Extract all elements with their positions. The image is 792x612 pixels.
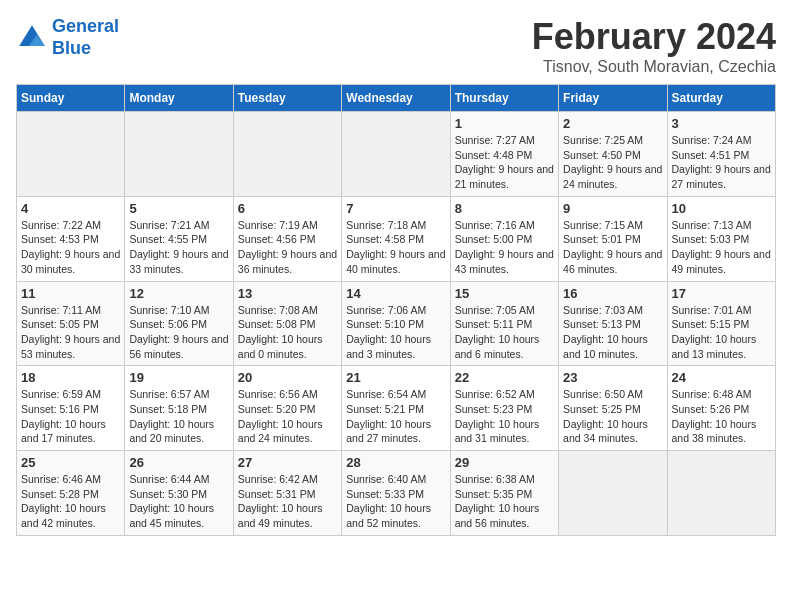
day-number: 24 xyxy=(672,370,771,385)
calendar-cell: 11Sunrise: 7:11 AM Sunset: 5:05 PM Dayli… xyxy=(17,281,125,366)
calendar-cell: 21Sunrise: 6:54 AM Sunset: 5:21 PM Dayli… xyxy=(342,366,450,451)
calendar-cell xyxy=(667,451,775,536)
calendar-cell: 14Sunrise: 7:06 AM Sunset: 5:10 PM Dayli… xyxy=(342,281,450,366)
day-number: 1 xyxy=(455,116,554,131)
calendar-cell xyxy=(559,451,667,536)
calendar-subtitle: Tisnov, South Moravian, Czechia xyxy=(532,58,776,76)
day-info: Sunrise: 7:16 AM Sunset: 5:00 PM Dayligh… xyxy=(455,218,554,277)
calendar-week-row: 4Sunrise: 7:22 AM Sunset: 4:53 PM Daylig… xyxy=(17,196,776,281)
calendar-table: SundayMondayTuesdayWednesdayThursdayFrid… xyxy=(16,84,776,536)
calendar-cell: 4Sunrise: 7:22 AM Sunset: 4:53 PM Daylig… xyxy=(17,196,125,281)
calendar-cell: 12Sunrise: 7:10 AM Sunset: 5:06 PM Dayli… xyxy=(125,281,233,366)
day-info: Sunrise: 7:15 AM Sunset: 5:01 PM Dayligh… xyxy=(563,218,662,277)
day-number: 11 xyxy=(21,286,120,301)
day-info: Sunrise: 6:48 AM Sunset: 5:26 PM Dayligh… xyxy=(672,387,771,446)
calendar-cell: 20Sunrise: 6:56 AM Sunset: 5:20 PM Dayli… xyxy=(233,366,341,451)
day-number: 8 xyxy=(455,201,554,216)
weekday-header-monday: Monday xyxy=(125,85,233,112)
day-number: 7 xyxy=(346,201,445,216)
day-info: Sunrise: 6:54 AM Sunset: 5:21 PM Dayligh… xyxy=(346,387,445,446)
day-info: Sunrise: 7:21 AM Sunset: 4:55 PM Dayligh… xyxy=(129,218,228,277)
day-number: 25 xyxy=(21,455,120,470)
weekday-header-sunday: Sunday xyxy=(17,85,125,112)
day-info: Sunrise: 7:10 AM Sunset: 5:06 PM Dayligh… xyxy=(129,303,228,362)
day-number: 13 xyxy=(238,286,337,301)
calendar-cell: 6Sunrise: 7:19 AM Sunset: 4:56 PM Daylig… xyxy=(233,196,341,281)
calendar-cell: 25Sunrise: 6:46 AM Sunset: 5:28 PM Dayli… xyxy=(17,451,125,536)
logo-icon xyxy=(16,22,48,54)
day-number: 20 xyxy=(238,370,337,385)
day-number: 27 xyxy=(238,455,337,470)
day-info: Sunrise: 7:13 AM Sunset: 5:03 PM Dayligh… xyxy=(672,218,771,277)
calendar-cell: 3Sunrise: 7:24 AM Sunset: 4:51 PM Daylig… xyxy=(667,112,775,197)
day-number: 5 xyxy=(129,201,228,216)
page-header: General Blue February 2024 Tisnov, South… xyxy=(16,16,776,76)
calendar-cell: 22Sunrise: 6:52 AM Sunset: 5:23 PM Dayli… xyxy=(450,366,558,451)
calendar-cell: 17Sunrise: 7:01 AM Sunset: 5:15 PM Dayli… xyxy=(667,281,775,366)
day-info: Sunrise: 6:56 AM Sunset: 5:20 PM Dayligh… xyxy=(238,387,337,446)
calendar-cell: 28Sunrise: 6:40 AM Sunset: 5:33 PM Dayli… xyxy=(342,451,450,536)
day-number: 9 xyxy=(563,201,662,216)
day-info: Sunrise: 6:38 AM Sunset: 5:35 PM Dayligh… xyxy=(455,472,554,531)
day-info: Sunrise: 6:59 AM Sunset: 5:16 PM Dayligh… xyxy=(21,387,120,446)
calendar-cell xyxy=(17,112,125,197)
calendar-cell xyxy=(342,112,450,197)
day-number: 2 xyxy=(563,116,662,131)
logo-text: General Blue xyxy=(52,16,119,59)
weekday-header-wednesday: Wednesday xyxy=(342,85,450,112)
day-info: Sunrise: 7:06 AM Sunset: 5:10 PM Dayligh… xyxy=(346,303,445,362)
day-number: 10 xyxy=(672,201,771,216)
calendar-cell: 2Sunrise: 7:25 AM Sunset: 4:50 PM Daylig… xyxy=(559,112,667,197)
calendar-title: February 2024 xyxy=(532,16,776,58)
calendar-cell: 13Sunrise: 7:08 AM Sunset: 5:08 PM Dayli… xyxy=(233,281,341,366)
weekday-header-tuesday: Tuesday xyxy=(233,85,341,112)
day-info: Sunrise: 6:42 AM Sunset: 5:31 PM Dayligh… xyxy=(238,472,337,531)
day-number: 19 xyxy=(129,370,228,385)
day-info: Sunrise: 7:19 AM Sunset: 4:56 PM Dayligh… xyxy=(238,218,337,277)
day-number: 28 xyxy=(346,455,445,470)
calendar-cell: 27Sunrise: 6:42 AM Sunset: 5:31 PM Dayli… xyxy=(233,451,341,536)
day-number: 15 xyxy=(455,286,554,301)
calendar-cell: 9Sunrise: 7:15 AM Sunset: 5:01 PM Daylig… xyxy=(559,196,667,281)
day-number: 23 xyxy=(563,370,662,385)
calendar-cell: 18Sunrise: 6:59 AM Sunset: 5:16 PM Dayli… xyxy=(17,366,125,451)
day-number: 26 xyxy=(129,455,228,470)
day-info: Sunrise: 7:08 AM Sunset: 5:08 PM Dayligh… xyxy=(238,303,337,362)
weekday-header-saturday: Saturday xyxy=(667,85,775,112)
day-info: Sunrise: 6:52 AM Sunset: 5:23 PM Dayligh… xyxy=(455,387,554,446)
calendar-cell: 8Sunrise: 7:16 AM Sunset: 5:00 PM Daylig… xyxy=(450,196,558,281)
day-info: Sunrise: 6:57 AM Sunset: 5:18 PM Dayligh… xyxy=(129,387,228,446)
logo-line1: General xyxy=(52,16,119,36)
logo-line2: Blue xyxy=(52,38,91,58)
calendar-cell: 7Sunrise: 7:18 AM Sunset: 4:58 PM Daylig… xyxy=(342,196,450,281)
calendar-cell xyxy=(125,112,233,197)
day-info: Sunrise: 7:22 AM Sunset: 4:53 PM Dayligh… xyxy=(21,218,120,277)
day-number: 16 xyxy=(563,286,662,301)
day-info: Sunrise: 7:01 AM Sunset: 5:15 PM Dayligh… xyxy=(672,303,771,362)
calendar-cell: 5Sunrise: 7:21 AM Sunset: 4:55 PM Daylig… xyxy=(125,196,233,281)
calendar-week-row: 11Sunrise: 7:11 AM Sunset: 5:05 PM Dayli… xyxy=(17,281,776,366)
logo: General Blue xyxy=(16,16,119,59)
day-info: Sunrise: 7:11 AM Sunset: 5:05 PM Dayligh… xyxy=(21,303,120,362)
calendar-week-row: 25Sunrise: 6:46 AM Sunset: 5:28 PM Dayli… xyxy=(17,451,776,536)
calendar-week-row: 1Sunrise: 7:27 AM Sunset: 4:48 PM Daylig… xyxy=(17,112,776,197)
day-number: 17 xyxy=(672,286,771,301)
weekday-header-thursday: Thursday xyxy=(450,85,558,112)
day-number: 12 xyxy=(129,286,228,301)
day-info: Sunrise: 7:03 AM Sunset: 5:13 PM Dayligh… xyxy=(563,303,662,362)
calendar-cell: 19Sunrise: 6:57 AM Sunset: 5:18 PM Dayli… xyxy=(125,366,233,451)
calendar-cell xyxy=(233,112,341,197)
calendar-cell: 23Sunrise: 6:50 AM Sunset: 5:25 PM Dayli… xyxy=(559,366,667,451)
day-info: Sunrise: 7:27 AM Sunset: 4:48 PM Dayligh… xyxy=(455,133,554,192)
day-number: 21 xyxy=(346,370,445,385)
calendar-cell: 10Sunrise: 7:13 AM Sunset: 5:03 PM Dayli… xyxy=(667,196,775,281)
calendar-cell: 26Sunrise: 6:44 AM Sunset: 5:30 PM Dayli… xyxy=(125,451,233,536)
day-number: 4 xyxy=(21,201,120,216)
calendar-cell: 29Sunrise: 6:38 AM Sunset: 5:35 PM Dayli… xyxy=(450,451,558,536)
day-number: 3 xyxy=(672,116,771,131)
day-info: Sunrise: 6:46 AM Sunset: 5:28 PM Dayligh… xyxy=(21,472,120,531)
day-info: Sunrise: 6:44 AM Sunset: 5:30 PM Dayligh… xyxy=(129,472,228,531)
day-number: 22 xyxy=(455,370,554,385)
calendar-week-row: 18Sunrise: 6:59 AM Sunset: 5:16 PM Dayli… xyxy=(17,366,776,451)
day-number: 6 xyxy=(238,201,337,216)
